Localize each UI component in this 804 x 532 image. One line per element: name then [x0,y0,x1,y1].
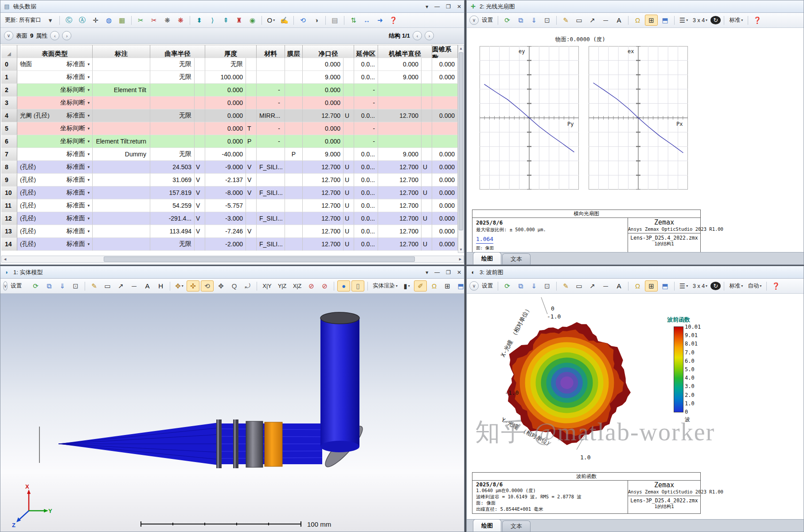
cycle-icon[interactable]: ↻ [710,282,721,290]
mech-semidia-cell[interactable]: 12.700 [378,225,422,238]
thickness-solve-flag[interactable]: P [246,135,257,148]
window-close-button[interactable]: ✕ [457,4,461,10]
layers-icon[interactable]: ⬒ [455,281,464,291]
save-icon[interactable]: ⇓ [56,281,68,291]
conic-cell[interactable] [432,84,458,97]
tab-plot[interactable]: 绘图 [473,252,501,264]
mech-semidia-flag[interactable] [422,97,432,109]
thickness-cell[interactable]: -2.137 [205,174,246,186]
mech-semidia-cell[interactable]: 9.000 [378,148,422,161]
conic-cell[interactable]: 0.000 [432,225,458,238]
chip-zone-cell[interactable]: 0.0... [354,109,378,122]
conic-cell[interactable]: 0.000 [432,174,458,186]
sketch-icon[interactable]: ✍ [278,15,290,25]
material-cell[interactable] [257,148,285,161]
clear-semidia-flag[interactable]: U [343,212,354,225]
mech-semidia-cell[interactable] [378,122,422,135]
radius-cell[interactable] [150,84,195,97]
coating-cell[interactable] [285,97,303,109]
mech-semidia-flag[interactable] [422,174,432,186]
material-cell[interactable] [257,199,285,212]
clear-semidia-cell[interactable]: 0.000 [303,97,343,109]
material-cell[interactable]: F_SILI... [257,238,285,251]
thickness-cell[interactable]: -9.000 [205,161,246,174]
conic-cell[interactable]: 0.000 [432,199,458,212]
clear-semidia-flag[interactable] [343,122,354,135]
update-dropdown[interactable]: ▾ [44,15,56,25]
chip-zone-cell[interactable]: - [354,122,378,135]
mech-semidia-flag[interactable] [422,71,432,84]
update-all-windows-button[interactable]: 更新: 所有窗口 [3,16,43,24]
row-index[interactable]: 1 [1,71,17,84]
mech-semidia-cell[interactable]: 0.000 [378,58,422,71]
chip-zone-cell[interactable]: - [354,135,378,148]
radius-solve-flag[interactable]: V [195,174,205,186]
mech-semidia-cell[interactable]: 9.000 [378,71,422,84]
settings-button[interactable]: 设置 [480,282,495,290]
layers-icon[interactable]: ⬒ [659,15,671,25]
help-icon[interactable]: ❓ [770,281,782,291]
thickness-cell[interactable]: 0.000 [205,135,246,148]
insert-surface-icon[interactable]: ⬍ [193,15,205,25]
coating-cell[interactable] [285,109,303,122]
conic-cell[interactable]: 0.000 [432,148,458,161]
radius-cell[interactable] [150,97,195,109]
coating-cell[interactable] [285,71,303,84]
row-index[interactable]: 11 [1,199,17,212]
config-prev-button[interactable]: ‹ [413,31,422,40]
chip-zone-cell[interactable]: 0.0... [354,225,378,238]
surface-type-cell[interactable]: 标准面▼ [17,148,93,161]
axis-icon[interactable]: ✣ [187,280,199,291]
line-annotate-icon[interactable]: ─ [128,281,140,291]
row-index[interactable]: 0 [1,58,17,71]
mech-semidia-flag[interactable] [422,225,432,238]
glass-icon[interactable]: ❋ [161,15,173,25]
cycle-icon[interactable]: ↻ [710,16,721,24]
save-icon[interactable]: ⇓ [528,281,540,291]
surface-type-cell[interactable]: 物面标准面▼ [17,58,93,71]
coating-cell[interactable] [285,199,303,212]
radius-solve-flag[interactable] [195,135,205,148]
surface-type-cell[interactable]: 光阑 (孔径)标准面▼ [17,109,93,122]
thickness-solve-flag[interactable] [246,109,257,122]
brush-icon[interactable]: ✐ [414,280,427,291]
radius-solve-flag[interactable]: V [195,186,205,199]
coating-cell[interactable] [285,225,303,238]
radius-solve-flag[interactable] [195,122,205,135]
view-xy[interactable]: X|Y [260,281,274,291]
comment-cell[interactable] [93,161,150,174]
row-index[interactable]: 12 [1,212,17,225]
material-cell[interactable] [257,71,285,84]
arrow-annotate-icon[interactable]: ↗ [586,281,598,291]
comment-cell[interactable] [93,109,150,122]
material-cell[interactable] [257,58,285,71]
letter-h-icon[interactable]: H [155,281,167,291]
coating-cell[interactable] [285,58,303,71]
glass-remove-icon[interactable]: ❋ [175,15,187,25]
goto-icon[interactable]: ➜ [374,15,386,25]
mech-semidia-flag[interactable] [422,84,432,97]
clear-semidia-cell[interactable]: 0.000 [303,84,343,97]
comment-cell[interactable]: Element Tilt [93,84,150,97]
render-dropdown[interactable]: 实体渲染▾ [371,281,399,291]
rect-annotate-icon[interactable]: ▭ [573,15,585,25]
clear-semidia-cell[interactable]: 9.000 [303,148,343,161]
radius-solve-flag[interactable] [195,58,205,71]
refresh-icon[interactable]: ⟳ [501,15,513,25]
material-cell[interactable]: - [257,135,285,148]
print-icon[interactable]: ⊡ [541,15,553,25]
window-minimize-button[interactable]: — [434,4,440,10]
material-cell[interactable]: - [257,84,285,97]
coating-cell[interactable]: P [285,148,303,161]
tab-plot[interactable]: 绘图 [473,519,501,532]
shade-dropdown-icon[interactable]: ▮▾ [401,281,413,291]
clear-semidia-flag[interactable] [343,97,354,109]
coating-cell[interactable] [285,161,303,174]
row-index[interactable]: 4 [1,109,17,122]
circle-dropdown-icon[interactable]: O▾ [265,15,277,25]
settings-button[interactable]: 设置 [9,282,23,290]
thickness-solve-flag[interactable] [246,238,257,251]
material-cell[interactable] [257,174,285,186]
radius-cell[interactable]: 24.503 [150,161,195,174]
settings-button[interactable]: 设置 [480,16,495,24]
